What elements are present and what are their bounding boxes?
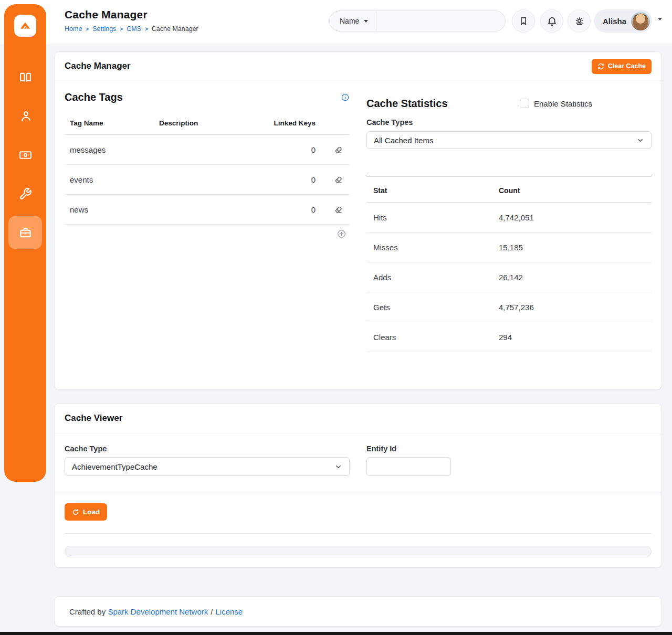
breadcrumb-home[interactable]: Home xyxy=(65,25,82,33)
user-menu[interactable]: Alisha xyxy=(594,9,652,33)
cache-viewer-result-placeholder xyxy=(65,546,652,557)
tag-linked-keys: 0 xyxy=(263,175,316,184)
user-name: Alisha xyxy=(603,17,626,26)
footer: Crafted by Spark Development Network / L… xyxy=(54,596,662,627)
entity-id-input[interactable] xyxy=(366,457,451,476)
cache-type-field: Cache Type AchievementTypeCache xyxy=(65,444,350,493)
person-icon xyxy=(19,110,32,123)
footer-crafted-by: Crafted by xyxy=(69,607,108,616)
footer-separator: / xyxy=(208,607,215,616)
stat-name: Adds xyxy=(373,273,499,282)
clear-tag-button[interactable] xyxy=(333,205,343,215)
clear-tag-button[interactable] xyxy=(333,175,343,185)
col-description: Description xyxy=(154,119,263,127)
cache-types-label: Cache Types xyxy=(366,118,652,126)
table-row: Gets 4,757,236 xyxy=(366,292,652,322)
table-row: messages 0 xyxy=(65,135,350,165)
caret-down-icon xyxy=(364,20,368,23)
cache-manager-panel-title: Cache Manager xyxy=(65,61,131,71)
add-cache-tag-button[interactable] xyxy=(337,229,346,239)
breadcrumb-separator: > xyxy=(120,26,123,31)
tag-name: news xyxy=(65,205,154,214)
enable-statistics-field: Enable Statistics xyxy=(520,99,592,108)
wrench-icon xyxy=(19,187,32,200)
search-filter-label: Name xyxy=(340,17,359,25)
divider xyxy=(65,533,652,534)
sun-theme-icon xyxy=(574,16,585,27)
avatar xyxy=(631,12,650,30)
theme-button[interactable] xyxy=(568,9,591,33)
col-linked-keys: Linked Keys xyxy=(263,119,316,127)
enable-statistics-checkbox[interactable] xyxy=(520,99,529,108)
cache-viewer-panel: Cache Viewer Cache Type AchievementTypeC… xyxy=(54,403,662,568)
cache-statistics-table: Stat Count Hits 4,742,051 Misses 15,185 … xyxy=(366,176,652,352)
table-row: events 0 xyxy=(65,165,350,195)
stat-count: 26,142 xyxy=(499,273,652,282)
breadcrumb-cms[interactable]: CMS xyxy=(127,25,141,33)
cache-tags-title: Cache Tags xyxy=(65,91,123,103)
cache-type-label: Cache Type xyxy=(65,444,350,453)
load-button[interactable]: Load xyxy=(65,503,107,521)
table-row: Adds 26,142 xyxy=(366,262,652,292)
tag-name: events xyxy=(65,175,154,184)
rotate-icon xyxy=(72,509,79,516)
cache-manager-panel-header: Cache Manager Clear Cache xyxy=(55,52,662,81)
cache-types-select[interactable]: All Cached Items xyxy=(366,131,652,149)
breadcrumb-separator: > xyxy=(145,26,148,31)
entity-id-field: Entity Id xyxy=(366,444,451,493)
breadcrumb-separator: > xyxy=(86,26,89,31)
table-row: Misses 15,185 xyxy=(366,232,652,262)
sidebar-item-tools[interactable] xyxy=(8,177,42,210)
search-input[interactable] xyxy=(376,11,505,31)
breadcrumb: Home > Settings > CMS > Cache Manager xyxy=(65,25,198,33)
eraser-icon xyxy=(333,205,343,215)
sidebar-item-people[interactable] xyxy=(8,99,42,133)
search-bar: Name xyxy=(329,10,506,31)
stat-name: Misses xyxy=(373,243,499,252)
stat-name: Hits xyxy=(373,213,499,222)
tag-name: messages xyxy=(65,145,154,154)
col-tag-name: Tag Name xyxy=(65,119,154,127)
eraser-icon xyxy=(333,175,343,185)
sidebar-item-admin-active[interactable] xyxy=(8,216,42,249)
cache-type-select[interactable]: AchievementTypeCache xyxy=(65,457,350,476)
cache-tags-section: Cache Tags Tag Name Description Linked K… xyxy=(65,91,350,352)
sidebar-item-library[interactable] xyxy=(8,60,42,94)
table-row: Clears 294 xyxy=(366,322,652,352)
money-bill-icon xyxy=(19,149,32,162)
circle-plus-icon xyxy=(337,229,346,239)
footer-license-link[interactable]: License xyxy=(215,607,243,616)
col-count: Count xyxy=(499,186,652,195)
col-stat: Stat xyxy=(373,186,499,195)
tag-linked-keys: 0 xyxy=(263,145,316,154)
user-menu-caret-icon[interactable] xyxy=(658,18,662,20)
sidebar xyxy=(4,4,46,482)
notifications-button[interactable] xyxy=(540,9,563,33)
cache-statistics-section: Cache Statistics Enable Statistics Cache… xyxy=(366,91,652,352)
top-header: Cache Manager Home > Settings > CMS > Ca… xyxy=(0,0,672,45)
page-title: Cache Manager xyxy=(65,8,148,21)
sync-icon xyxy=(597,63,604,70)
sidebar-item-finance[interactable] xyxy=(8,138,42,172)
table-row: news 0 xyxy=(65,195,350,225)
rock-logo[interactable] xyxy=(14,15,36,37)
breadcrumb-settings[interactable]: Settings xyxy=(92,25,116,33)
cache-type-value: AchievementTypeCache xyxy=(72,462,158,471)
briefcase-icon xyxy=(19,226,32,239)
table-row: Hits 4,742,051 xyxy=(366,203,652,232)
book-open-icon xyxy=(19,71,32,84)
stat-name: Gets xyxy=(373,303,499,312)
bookmark-button[interactable] xyxy=(512,9,535,33)
clear-tag-button[interactable] xyxy=(333,145,343,155)
clear-cache-button[interactable]: Clear Cache xyxy=(592,59,652,74)
cache-statistics-title: Cache Statistics xyxy=(366,98,652,110)
footer-network-link[interactable]: Spark Development Network xyxy=(108,607,208,616)
stat-count: 294 xyxy=(499,333,652,342)
info-icon[interactable] xyxy=(341,93,350,102)
cache-manager-panel: Cache Manager Clear Cache Cache Tags Tag… xyxy=(54,51,662,390)
search-filter-dropdown[interactable]: Name xyxy=(330,11,376,31)
eraser-icon xyxy=(333,145,343,155)
breadcrumb-current: Cache Manager xyxy=(152,25,198,33)
stat-name: Clears xyxy=(373,333,499,342)
load-label: Load xyxy=(83,508,100,516)
